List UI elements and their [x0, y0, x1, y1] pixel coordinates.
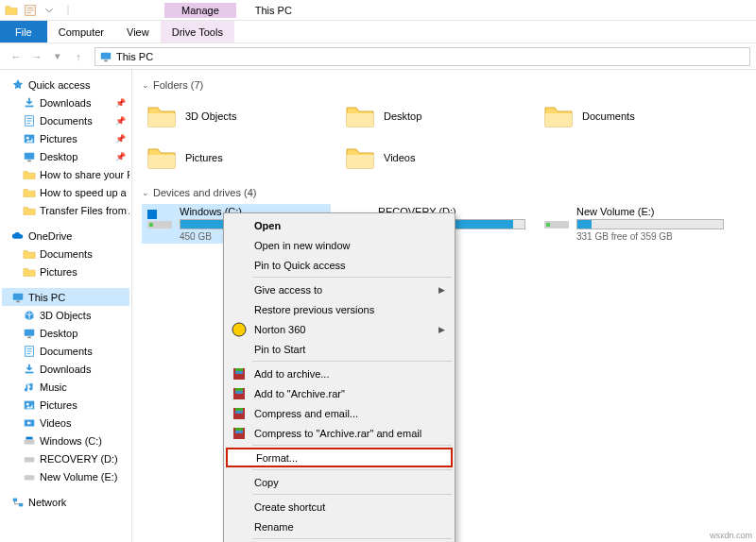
svg-rect-21 [25, 475, 35, 480]
drive-capacity-bar [576, 219, 724, 229]
sidebar-item[interactable]: Documents [2, 245, 129, 263]
folder-icon [344, 100, 376, 132]
folder-icon [4, 3, 19, 18]
chevron-right-icon: ▶ [438, 285, 445, 295]
drive-name: New Volume (E:) [576, 206, 724, 217]
cm-compress-email[interactable]: Compress and email... [226, 403, 453, 423]
sidebar-item[interactable]: Transfer Files from A [2, 201, 129, 219]
cm-pin-start[interactable]: Pin to Start [226, 339, 453, 359]
item-icon [23, 363, 36, 376]
sidebar-item[interactable]: Windows (C:) [2, 432, 129, 449]
forward-button[interactable]: → [26, 46, 47, 67]
tab-computer[interactable]: Computer [47, 21, 115, 42]
caret-down-icon[interactable]: ▾ [47, 46, 68, 67]
address-bar: ← → ▾ ↑ This PC [0, 43, 756, 70]
tab-view[interactable]: View [115, 21, 161, 42]
up-button[interactable]: ↑ [68, 46, 89, 67]
sidebar-item[interactable]: Desktop [2, 324, 129, 342]
item-icon [23, 204, 36, 217]
breadcrumb: This PC [116, 51, 153, 62]
svg-rect-12 [27, 336, 31, 338]
folder-item[interactable]: Pictures [142, 138, 340, 178]
cm-rename[interactable]: Rename [226, 517, 453, 536]
sidebar-network[interactable]: Network [2, 493, 129, 511]
drive-free-text: 331 GB free of 359 GB [576, 231, 724, 242]
cm-add-to-archive[interactable]: Add to archive... [226, 364, 453, 383]
cm-open-new-window[interactable]: Open in new window [226, 235, 453, 255]
chevron-down-icon: ⌄ [142, 188, 149, 197]
sidebar-item[interactable]: Downloads📌 [2, 93, 129, 111]
svg-rect-9 [13, 293, 24, 299]
svg-rect-25 [149, 223, 153, 227]
svg-rect-1 [101, 52, 112, 59]
sidebar-item[interactable]: RECOVERY (D:) [2, 449, 129, 467]
sidebar-item[interactable]: Pictures📌 [2, 129, 129, 147]
folder-icon [146, 142, 178, 174]
tab-file[interactable]: File [0, 21, 47, 42]
folder-item[interactable]: Videos [340, 138, 539, 178]
svg-rect-14 [26, 371, 34, 373]
svg-rect-18 [25, 439, 35, 444]
sidebar-item[interactable]: Documents [2, 342, 129, 360]
sidebar-item[interactable]: New Volume (E:) [2, 467, 129, 485]
svg-rect-34 [235, 371, 243, 374]
navigation-pane: Quick access Downloads📌Documents📌Picture… [0, 70, 132, 542]
sidebar-item[interactable]: How to speed up a [2, 183, 129, 201]
drive-icon [542, 206, 571, 232]
cm-compress-rar-email[interactable]: Compress to "Archive.rar" and email [226, 423, 453, 443]
this-pc-icon [99, 50, 112, 63]
cm-open[interactable]: Open [226, 215, 453, 235]
drive-item[interactable]: New Volume (E:) 331 GB free of 359 GB [539, 204, 728, 244]
sidebar-quick-access[interactable]: Quick access [2, 76, 129, 93]
title-bar: Manage This PC [0, 0, 756, 21]
address-box[interactable]: This PC [94, 47, 750, 66]
svg-rect-43 [235, 431, 243, 433]
item-icon [23, 186, 36, 199]
ribbon-tabs: File Computer View Drive Tools [0, 21, 756, 43]
item-icon [23, 327, 36, 340]
folder-icon [23, 265, 36, 279]
cm-norton-360[interactable]: Norton 360▶ [226, 319, 453, 339]
sidebar-item[interactable]: Desktop📌 [2, 147, 129, 165]
sidebar-item[interactable]: Downloads [2, 360, 129, 378]
tab-drive-tools[interactable]: Drive Tools [161, 21, 234, 42]
sidebar-item[interactable]: Documents📌 [2, 111, 129, 129]
sidebar-item[interactable]: How to share your F [2, 165, 129, 183]
svg-rect-36 [235, 388, 243, 391]
item-icon [23, 132, 36, 145]
folder-icon [23, 247, 36, 261]
cm-create-shortcut[interactable]: Create shortcut [226, 497, 453, 517]
this-pc-icon [11, 291, 25, 304]
sidebar-item[interactable]: Pictures [2, 396, 129, 414]
folder-item[interactable]: Documents [539, 96, 737, 136]
sidebar-item[interactable]: Music [2, 378, 129, 396]
svg-rect-8 [27, 160, 31, 161]
sidebar-item[interactable]: 3D Objects [2, 306, 129, 324]
caret-down-icon[interactable] [42, 3, 57, 18]
sidebar-onedrive[interactable]: OneDrive [2, 227, 129, 245]
svg-rect-7 [25, 152, 35, 159]
item-icon [23, 452, 36, 466]
sidebar-item[interactable]: Pictures [2, 263, 129, 280]
drives-section-header[interactable]: ⌄ Devices and drives (4) [142, 187, 747, 198]
cm-format[interactable]: Format... [226, 448, 453, 467]
chevron-down-icon: ⌄ [142, 80, 149, 90]
network-icon [11, 496, 25, 509]
folders-section-header[interactable]: ⌄ Folders (7) [142, 79, 747, 91]
svg-rect-3 [26, 105, 34, 107]
cm-pin-quick-access[interactable]: Pin to Quick access [226, 255, 453, 275]
watermark: wsxdn.com [710, 531, 752, 540]
archive-icon [232, 426, 247, 441]
folder-item[interactable]: Desktop [340, 96, 539, 136]
back-button[interactable]: ← [6, 46, 26, 67]
properties-icon[interactable] [23, 3, 38, 18]
pin-icon: 📌 [115, 152, 126, 161]
cm-copy[interactable]: Copy [226, 472, 453, 492]
cm-restore-previous[interactable]: Restore previous versions [226, 299, 453, 319]
folder-item[interactable]: 3D Objects [142, 96, 340, 136]
sidebar-item[interactable]: Videos [2, 414, 129, 432]
cm-give-access-to[interactable]: Give access to▶ [226, 279, 453, 299]
norton-icon [232, 322, 247, 337]
cm-add-to-rar[interactable]: Add to "Archive.rar" [226, 383, 453, 403]
sidebar-this-pc[interactable]: This PC [2, 288, 129, 306]
